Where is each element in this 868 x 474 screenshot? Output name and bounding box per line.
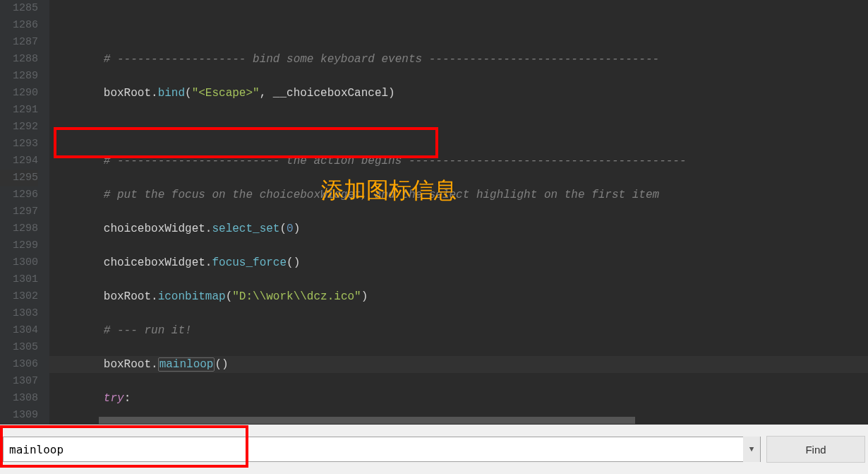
code-line[interactable]: choiceboxWidget.select_set(0) bbox=[49, 220, 868, 237]
line-number: 1304 bbox=[0, 322, 38, 339]
line-number: 1287 bbox=[0, 34, 38, 51]
code-line[interactable]: boxRoot.mainloop() bbox=[49, 356, 868, 373]
line-number: 1295 bbox=[0, 170, 38, 186]
code-line[interactable] bbox=[49, 119, 868, 136]
code-line[interactable]: # ------------------------ the action be… bbox=[49, 153, 868, 170]
code-line[interactable] bbox=[49, 17, 868, 34]
line-number: 1307 bbox=[0, 373, 38, 390]
find-button[interactable]: Find bbox=[766, 436, 865, 463]
code-line[interactable]: # --- run it! bbox=[49, 322, 868, 339]
line-number: 1300 bbox=[0, 254, 38, 271]
line-number: 1286 bbox=[0, 17, 38, 34]
chevron-down-icon: ▼ bbox=[749, 445, 754, 454]
code-line[interactable]: boxRoot.iconbitmap("D:\\work\\dcz.ico") bbox=[49, 288, 868, 305]
code-line[interactable]: # put the focus on the choiceboxWidget, … bbox=[49, 186, 868, 203]
line-number: 1302 bbox=[0, 288, 38, 305]
line-number: 1308 bbox=[0, 390, 38, 407]
horizontal-scrollbar[interactable] bbox=[99, 416, 868, 425]
line-number: 1288 bbox=[0, 51, 38, 68]
code-line[interactable]: choiceboxWidget.focus_force() bbox=[49, 254, 868, 271]
find-bar: ▼ Find bbox=[0, 425, 868, 474]
line-number: 1303 bbox=[0, 305, 38, 322]
line-number: 1293 bbox=[0, 136, 38, 153]
find-history-dropdown[interactable]: ▼ bbox=[743, 437, 760, 462]
line-number: 1292 bbox=[0, 119, 38, 136]
line-number: 1301 bbox=[0, 271, 38, 288]
line-number-gutter: 1285 1286 1287 1288 1289 1290 1291 1292 … bbox=[0, 0, 49, 425]
code-line[interactable]: # ------------------- bind some keyboard… bbox=[49, 51, 868, 68]
find-input[interactable] bbox=[4, 437, 743, 461]
line-number: 1285 bbox=[0, 0, 38, 17]
line-number: 1306 bbox=[0, 356, 38, 373]
line-number: 1290 bbox=[0, 85, 38, 102]
line-number: 1297 bbox=[0, 203, 38, 220]
line-number: 1289 bbox=[0, 68, 38, 85]
code-line[interactable]: try: bbox=[49, 390, 868, 407]
code-editor[interactable]: 1285 1286 1287 1288 1289 1290 1291 1292 … bbox=[0, 0, 868, 425]
line-number: 1299 bbox=[0, 237, 38, 254]
line-number: 1309 bbox=[0, 407, 38, 424]
code-area[interactable]: # ------------------- bind some keyboard… bbox=[49, 0, 868, 425]
find-input-container[interactable]: ▼ bbox=[3, 437, 761, 462]
code-line[interactable]: boxRoot.bind("<Escape>", __choiceboxCanc… bbox=[49, 85, 868, 102]
line-number: 1298 bbox=[0, 220, 38, 237]
line-number: 1291 bbox=[0, 102, 38, 119]
scrollbar-thumb[interactable] bbox=[99, 417, 635, 424]
search-match-highlight: mainloop bbox=[158, 357, 215, 372]
line-number: 1294 bbox=[0, 153, 38, 170]
line-number: 1296 bbox=[0, 186, 38, 203]
line-number: 1305 bbox=[0, 339, 38, 356]
